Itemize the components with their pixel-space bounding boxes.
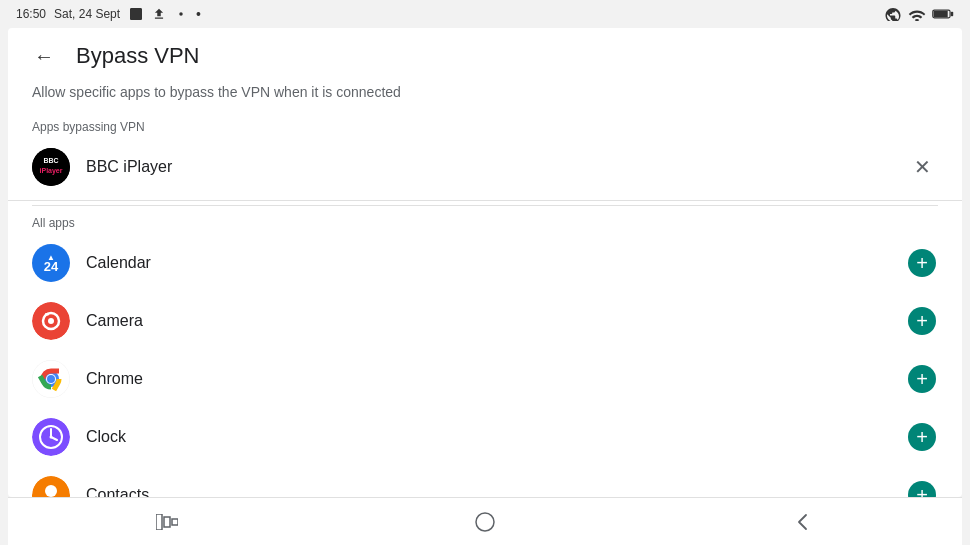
- svg-rect-2: [934, 11, 948, 17]
- list-item: Contacts +: [8, 466, 962, 497]
- svg-point-12: [48, 318, 54, 324]
- svg-rect-32: [172, 519, 178, 525]
- svg-point-24: [45, 485, 57, 497]
- bbc-iplayer-name: BBC iPlayer: [86, 158, 890, 176]
- status-left: 16:50 Sat, 24 Sept •: [16, 6, 201, 22]
- calendar-app-name: Calendar: [86, 254, 890, 272]
- add-camera-button[interactable]: +: [906, 305, 938, 337]
- contacts-app-icon: [32, 476, 70, 497]
- svg-point-17: [47, 375, 55, 383]
- photo-icon: [128, 6, 144, 22]
- add-calendar-button[interactable]: +: [906, 247, 938, 279]
- svg-text:24: 24: [44, 259, 59, 274]
- navigation-bar: [8, 497, 962, 545]
- svg-text:BBC: BBC: [43, 157, 58, 164]
- svg-rect-3: [951, 12, 953, 17]
- home-button[interactable]: [455, 502, 515, 542]
- recent-apps-button[interactable]: [137, 502, 197, 542]
- remove-bbc-button[interactable]: ✕: [906, 151, 938, 183]
- bypassing-section-label: Apps bypassing VPN: [8, 112, 962, 138]
- chrome-app-icon: [32, 360, 70, 398]
- time-display: 16:50: [16, 7, 46, 21]
- vpn-icon: [884, 7, 902, 21]
- list-item: Clock +: [8, 408, 962, 466]
- plus-circle-icon: +: [908, 365, 936, 393]
- plus-circle-icon: +: [908, 423, 936, 451]
- signal-icon: [174, 7, 188, 21]
- back-button[interactable]: ←: [28, 40, 60, 72]
- list-item: ▲ 24 Calendar +: [8, 234, 962, 292]
- list-item: Camera +: [8, 292, 962, 350]
- calendar-app-icon: ▲ 24: [32, 244, 70, 282]
- all-apps-section-label: All apps: [8, 206, 962, 234]
- back-nav-button[interactable]: [773, 502, 833, 542]
- list-item: Chrome +: [8, 350, 962, 408]
- plus-circle-icon: +: [908, 307, 936, 335]
- add-clock-button[interactable]: +: [906, 421, 938, 453]
- camera-app-icon: [32, 302, 70, 340]
- bbc-iplayer-icon: BBC iPlayer: [32, 148, 70, 186]
- status-right: [884, 7, 954, 21]
- battery-icon: [932, 7, 954, 21]
- plus-circle-icon: +: [908, 249, 936, 277]
- contacts-app-name: Contacts: [86, 486, 890, 497]
- svg-point-22: [50, 436, 53, 439]
- page-subtitle: Allow specific apps to bypass the VPN wh…: [8, 84, 962, 112]
- header: ← Bypass VPN: [8, 28, 962, 84]
- add-contacts-button[interactable]: +: [906, 479, 938, 497]
- plus-circle-icon: +: [908, 481, 936, 497]
- add-chrome-button[interactable]: +: [906, 363, 938, 395]
- svg-rect-31: [164, 517, 170, 527]
- dot-indicator: •: [196, 6, 201, 22]
- svg-rect-30: [156, 514, 162, 530]
- wifi-icon: [908, 7, 926, 21]
- upload-icon: [152, 7, 166, 21]
- svg-rect-13: [45, 313, 49, 316]
- svg-point-0: [179, 12, 183, 16]
- clock-app-name: Clock: [86, 428, 890, 446]
- main-content: ← Bypass VPN Allow specific apps to bypa…: [8, 28, 962, 497]
- camera-app-name: Camera: [86, 312, 890, 330]
- clock-app-icon: [32, 418, 70, 456]
- page-title: Bypass VPN: [76, 43, 200, 69]
- svg-text:iPlayer: iPlayer: [40, 167, 63, 175]
- date-display: Sat, 24 Sept: [54, 7, 120, 21]
- bypassing-app-row: BBC iPlayer BBC iPlayer ✕: [8, 138, 962, 201]
- chrome-app-name: Chrome: [86, 370, 890, 388]
- svg-rect-33: [476, 513, 494, 531]
- status-bar: 16:50 Sat, 24 Sept •: [0, 0, 970, 28]
